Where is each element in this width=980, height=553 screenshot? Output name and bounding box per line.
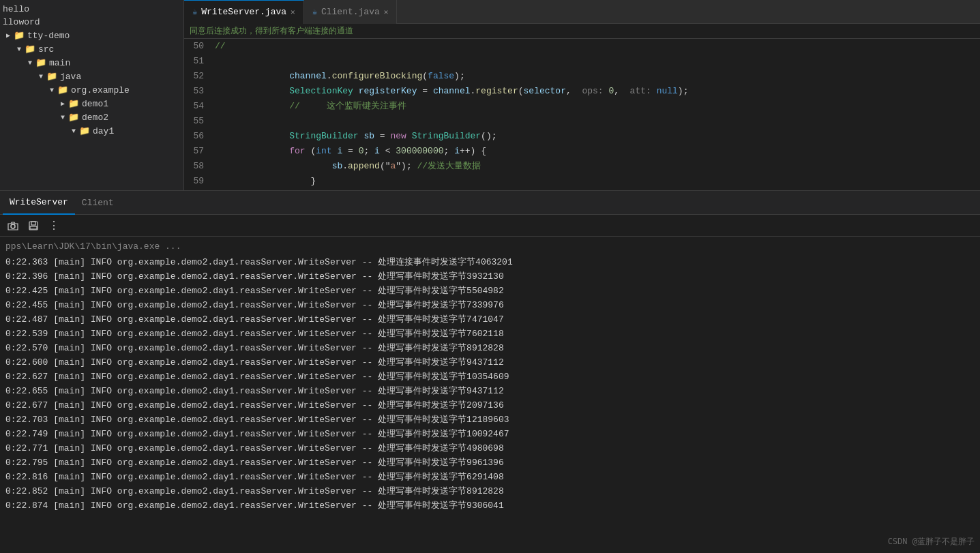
- tab-writeserver[interactable]: ☕ WriteServer.java ✕: [184, 0, 304, 24]
- log-line-15: 0:22.816 [main] INFO org.example.demo2.d…: [5, 470, 975, 484]
- code-area: 50 // 51 channel.configureBlocking(false…: [184, 39, 980, 190]
- folder-icon: 📁: [35, 57, 46, 68]
- terminal-tabs: WriteServer Client: [0, 191, 980, 215]
- sidebar-item-demo1[interactable]: ▶ 📁 demo1: [0, 97, 183, 110]
- run-command-line: pps\Learn\JDK\17\bin\java.exe ...: [5, 239, 975, 254]
- sidebar-item-org-example[interactable]: ▼ 📁 org.example: [0, 83, 183, 97]
- main-container: hello lloword ▶ 📁 tty-demo ▼ 📁 src ▼ 📁: [0, 0, 980, 553]
- code-scroll: 50 // 51 channel.configureBlocking(false…: [184, 39, 980, 190]
- log-line-6: 0:22.570 [main] INFO org.example.demo2.d…: [5, 341, 975, 355]
- tab-client-label: Client.java: [321, 7, 380, 17]
- log-line-11: 0:22.703 [main] INFO org.example.demo2.d…: [5, 413, 975, 427]
- log-line-5: 0:22.539 [main] INFO org.example.demo2.d…: [5, 327, 975, 341]
- log-line-16: 0:22.852 [main] INFO org.example.demo2.d…: [5, 484, 975, 498]
- bottom-area: WriteServer Client: [0, 191, 980, 553]
- log-line-3: 0:22.455 [main] INFO org.example.demo2.d…: [5, 298, 975, 312]
- comment-bar: 同意后连接成功，得到所有客户端连接的通道: [184, 24, 980, 39]
- expand-arrow: ▼: [14, 46, 25, 53]
- terminal-tab-writeserver[interactable]: WriteServer: [3, 191, 75, 215]
- terminal-output: pps\Learn\JDK\17\bin\java.exe ... 0:22.3…: [0, 237, 980, 553]
- code-line-58: 58 }: [184, 159, 980, 174]
- svg-rect-1: [29, 222, 38, 230]
- save-icon[interactable]: [26, 218, 41, 233]
- sidebar-item-main[interactable]: ▼ 📁 main: [0, 56, 183, 70]
- code-line-59: 59 ByteBuffer encode = StandardCharsets.…: [184, 174, 980, 189]
- expand-arrow: ▼: [46, 87, 57, 94]
- more-icon[interactable]: ⋮: [46, 218, 61, 233]
- code-line-52: 52 SelectionKey registerKey = channel.re…: [184, 69, 980, 84]
- expand-arrow: ▼: [35, 73, 46, 80]
- editor-tabs: ☕ WriteServer.java ✕ ☕ Client.java ✕: [184, 0, 980, 24]
- sidebar-item-day1[interactable]: ▼ 📁 day1: [0, 124, 183, 138]
- code-line-50: 50 //: [184, 39, 980, 54]
- terminal-tab-client-label: Client: [82, 198, 114, 208]
- svg-rect-2: [31, 222, 35, 225]
- sidebar-item-java[interactable]: ▼ 📁 java: [0, 70, 183, 83]
- log-line-0: 0:22.363 [main] INFO org.example.demo2.d…: [5, 255, 975, 269]
- log-line-17: 0:22.874 [main] INFO org.example.demo2.d…: [5, 498, 975, 513]
- sidebar-item-tty-demo[interactable]: ▶ 📁 tty-demo: [0, 29, 183, 42]
- code-line-51: 51 channel.configureBlocking(false);: [184, 54, 980, 69]
- log-line-12: 0:22.749 [main] INFO org.example.demo2.d…: [5, 427, 975, 441]
- log-line-14: 0:22.795 [main] INFO org.example.demo2.d…: [5, 455, 975, 470]
- log-line-2: 0:22.425 [main] INFO org.example.demo2.d…: [5, 284, 975, 298]
- expand-arrow: ▶: [57, 100, 68, 108]
- comment-text: 同意后连接成功，得到所有客户端连接的通道: [190, 25, 353, 37]
- log-line-9: 0:22.655 [main] INFO org.example.demo2.d…: [5, 384, 975, 398]
- log-line-8: 0:22.627 [main] INFO org.example.demo2.d…: [5, 370, 975, 384]
- log-line-1: 0:22.396 [main] INFO org.example.demo2.d…: [5, 269, 975, 284]
- code-line-57: 57 sb.append("a"); //发送大量数据: [184, 144, 980, 159]
- terminal-toolbar: ⋮: [0, 215, 980, 237]
- log-line-13: 0:22.771 [main] INFO org.example.demo2.d…: [5, 441, 975, 455]
- sidebar-item-lloword[interactable]: lloword: [0, 16, 183, 29]
- expand-arrow: ▼: [57, 114, 68, 121]
- tab-close-client[interactable]: ✕: [384, 8, 389, 16]
- terminal-tab-writeserver-label: WriteServer: [10, 197, 68, 207]
- expand-arrow: ▶: [3, 31, 14, 40]
- code-line-60: 60 //注册通道（）窗白弹: [184, 189, 980, 190]
- folder-icon: 📁: [14, 30, 25, 41]
- log-line-7: 0:22.600 [main] INFO org.example.demo2.d…: [5, 355, 975, 370]
- log-line-4: 0:22.487 [main] INFO org.example.demo2.d…: [5, 312, 975, 327]
- folder-icon: 📁: [25, 44, 35, 55]
- editor-area: hello lloword ▶ 📁 tty-demo ▼ 📁 src ▼ 📁: [0, 0, 980, 191]
- tab-writeserver-label: WriteServer.java: [201, 7, 286, 17]
- expand-arrow: ▼: [25, 59, 35, 67]
- tab-client[interactable]: ☕ Client.java ✕: [304, 0, 398, 24]
- folder-icon: 📁: [46, 71, 57, 82]
- sidebar-item-demo2[interactable]: ▼ 📁 demo2: [0, 110, 183, 124]
- java-file-icon: ☕: [192, 7, 197, 17]
- svg-point-0: [11, 224, 15, 228]
- java-file-icon-2: ☕: [312, 7, 317, 17]
- code-line-56: 56 for (int i = 0; i < 300000000; i++) {: [184, 129, 980, 144]
- folder-icon: 📁: [68, 98, 79, 109]
- sidebar: hello lloword ▶ 📁 tty-demo ▼ 📁 src ▼ 📁: [0, 0, 184, 190]
- code-line-55: 55 StringBuilder sb = new StringBuilder(…: [184, 114, 980, 129]
- camera-icon[interactable]: [5, 218, 20, 233]
- expand-arrow: ▼: [68, 128, 79, 135]
- tab-close-writeserver[interactable]: ✕: [291, 8, 295, 16]
- sidebar-item-src[interactable]: ▼ 📁 src: [0, 42, 183, 56]
- folder-icon: 📁: [68, 112, 79, 123]
- editor-pane: ☕ WriteServer.java ✕ ☕ Client.java ✕ 同意后…: [184, 0, 980, 190]
- sidebar-item-hello[interactable]: hello: [0, 3, 183, 16]
- code-line-53: 53 // 这个监听键关注事件: [184, 84, 980, 99]
- watermark: CSDN @蓝胖子不是胖子: [888, 536, 975, 548]
- log-line-10: 0:22.677 [main] INFO org.example.demo2.d…: [5, 398, 975, 413]
- svg-rect-3: [30, 226, 37, 229]
- terminal-tab-client[interactable]: Client: [75, 191, 121, 215]
- folder-icon: 📁: [57, 85, 68, 95]
- folder-icon: 📁: [79, 125, 90, 136]
